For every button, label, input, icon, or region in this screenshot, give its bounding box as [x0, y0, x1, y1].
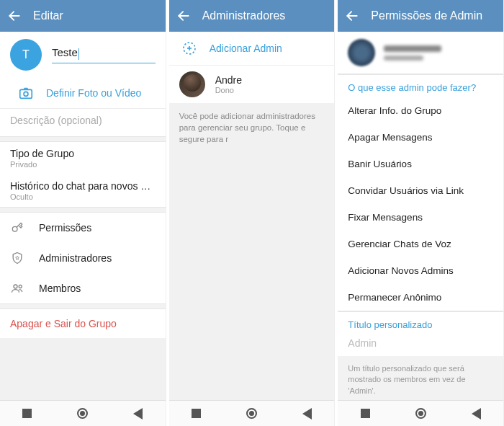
camera-icon [18, 85, 34, 101]
custom-title-input[interactable]: Admin [338, 334, 503, 356]
permissions-row[interactable]: Permissões [0, 213, 166, 243]
group-type-label: Tipo de Grupo [10, 148, 156, 159]
chat-history-row[interactable]: Histórico do chat para novos membros Ocu… [0, 174, 166, 207]
home-button[interactable] [415, 408, 426, 419]
arrow-left-icon [345, 9, 359, 23]
members-label: Membros [39, 283, 81, 294]
perm-add-admins[interactable]: Adicionar Novos Admins [338, 257, 503, 284]
system-navbar [338, 400, 503, 426]
back-nav-button[interactable] [302, 408, 312, 420]
perm-ban-users[interactable]: Banir Usuários [338, 151, 503, 177]
page-title: Administradores [202, 9, 286, 22]
selected-user-row[interactable] [338, 32, 503, 74]
system-navbar [0, 400, 166, 426]
text-caret [78, 48, 79, 60]
perm-change-info[interactable]: Alterar Info. do Grupo [338, 97, 503, 124]
members-row[interactable]: Membros [0, 273, 166, 303]
user-avatar-blurred [348, 39, 375, 66]
back-nav-button[interactable] [133, 408, 143, 420]
back-nav-button[interactable] [472, 408, 481, 420]
recent-apps-button[interactable] [22, 409, 32, 418]
screen-admin-permissions: Permissões de Admin O que esse admin pod… [338, 0, 504, 426]
chat-history-label: Histórico do chat para novos membros [10, 180, 156, 192]
group-avatar[interactable]: T [10, 39, 42, 71]
svg-point-2 [24, 92, 28, 96]
key-icon [10, 221, 24, 235]
group-type-row[interactable]: Tipo de Grupo Privado [0, 142, 166, 174]
administrators-label: Administradores [39, 252, 112, 264]
set-photo-label: Definir Foto ou Vídeo [46, 87, 141, 99]
perm-invite-link[interactable]: Convidar Usuários via Link [338, 177, 503, 204]
perm-manage-voice[interactable]: Gerenciar Chats de Voz [338, 231, 503, 257]
permissions-section-title: O que esse admin pode fazer? [338, 75, 503, 97]
screen-edit-group: Editar T Teste Definir Foto ou Vídeo Des… [0, 0, 166, 426]
custom-title-label: Título personalizado [338, 312, 503, 334]
group-type-value: Privado [10, 160, 156, 169]
home-button[interactable] [246, 408, 257, 419]
recent-apps-button[interactable] [361, 409, 370, 418]
arrow-left-icon [7, 9, 22, 23]
back-button[interactable] [176, 9, 191, 23]
page-title: Permissões de Admin [371, 9, 482, 22]
delete-group-button[interactable]: Apagar e Sair do Grupo [0, 309, 166, 338]
user-role: Dono [215, 86, 242, 94]
home-button[interactable] [77, 408, 88, 419]
add-admin-button[interactable]: Adicionar Admin [169, 32, 335, 65]
custom-title-footnote: Um título personalizado que será mostrad… [338, 356, 503, 400]
add-admin-label: Adicionar Admin [210, 43, 282, 54]
back-button[interactable] [7, 9, 22, 23]
header: Editar [0, 0, 166, 32]
user-avatar [179, 71, 205, 97]
permissions-label: Permissões [39, 222, 91, 234]
perm-pin-messages[interactable]: Fixar Mensagens [338, 204, 503, 231]
recent-apps-button[interactable] [192, 409, 201, 418]
header: Administradores [169, 0, 335, 32]
svg-point-4 [14, 285, 17, 288]
user-name: Andre [215, 74, 242, 86]
group-name-input[interactable]: Teste [52, 46, 78, 58]
svg-point-3 [12, 226, 17, 231]
svg-point-5 [19, 285, 22, 288]
admin-help-text: Você pode adicionar administradores para… [169, 103, 335, 400]
svg-rect-1 [20, 89, 32, 98]
admin-user-row[interactable]: Andre Dono [169, 66, 335, 103]
empty-area [0, 338, 166, 400]
add-person-icon [181, 40, 198, 57]
system-navbar [169, 400, 335, 426]
shield-star-icon [10, 251, 24, 265]
description-input[interactable]: Descrição (opcional) [0, 109, 166, 136]
perm-anonymous[interactable]: Permanecer Anônimo [338, 284, 503, 311]
header: Permissões de Admin [338, 0, 503, 32]
people-icon [10, 281, 24, 296]
page-title: Editar [33, 9, 63, 22]
administrators-row[interactable]: Administradores [0, 243, 166, 273]
back-button[interactable] [345, 9, 359, 23]
arrow-left-icon [176, 9, 191, 23]
perm-delete-messages[interactable]: Apagar Mensagens [338, 124, 503, 151]
set-photo-button[interactable]: Definir Foto ou Vídeo [0, 78, 166, 108]
chat-history-value: Oculto [10, 192, 156, 201]
user-text-blurred [384, 45, 441, 61]
screen-administrators: Administradores Adicionar Admin Andre Do… [169, 0, 336, 426]
